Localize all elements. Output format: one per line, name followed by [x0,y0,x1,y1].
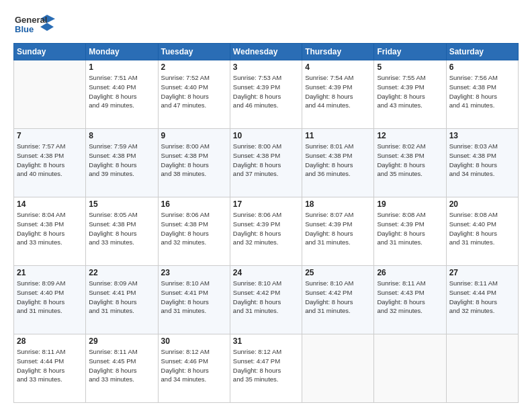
day-info: Sunrise: 8:10 AM Sunset: 4:41 PM Dayligh… [161,279,227,316]
day-number: 6 [449,62,515,72]
page: GeneralBlue SundayMondayTuesdayWednesday… [0,0,532,411]
calendar-header-tuesday: Tuesday [158,44,230,60]
day-info: Sunrise: 8:08 AM Sunset: 4:39 PM Dayligh… [377,210,443,247]
day-number: 29 [89,336,154,346]
calendar-week-row: 1Sunrise: 7:51 AM Sunset: 4:40 PM Daylig… [14,60,519,129]
calendar-cell [302,334,374,403]
day-info: Sunrise: 8:06 AM Sunset: 4:38 PM Dayligh… [161,210,227,247]
calendar-cell: 19Sunrise: 8:08 AM Sunset: 4:39 PM Dayli… [374,197,446,266]
header: GeneralBlue [13,12,519,39]
day-number: 28 [17,336,83,346]
calendar-cell: 20Sunrise: 8:08 AM Sunset: 4:40 PM Dayli… [446,197,518,266]
calendar-header-sunday: Sunday [14,44,86,60]
day-info: Sunrise: 7:57 AM Sunset: 4:38 PM Dayligh… [17,142,83,179]
day-number: 31 [233,336,299,346]
day-number: 21 [17,268,83,277]
day-number: 9 [161,131,227,140]
day-number: 3 [233,62,299,72]
calendar-cell: 15Sunrise: 8:05 AM Sunset: 4:38 PM Dayli… [86,197,158,266]
calendar-cell: 26Sunrise: 8:11 AM Sunset: 4:43 PM Dayli… [374,266,446,334]
calendar-cell: 17Sunrise: 8:06 AM Sunset: 4:39 PM Dayli… [230,197,302,266]
calendar-cell: 22Sunrise: 8:09 AM Sunset: 4:41 PM Dayli… [86,266,158,334]
day-info: Sunrise: 8:00 AM Sunset: 4:38 PM Dayligh… [161,142,227,179]
day-info: Sunrise: 8:09 AM Sunset: 4:40 PM Dayligh… [17,279,83,316]
calendar-cell: 1Sunrise: 7:51 AM Sunset: 4:40 PM Daylig… [86,60,158,129]
day-info: Sunrise: 8:06 AM Sunset: 4:39 PM Dayligh… [233,210,299,247]
calendar-header-row: SundayMondayTuesdayWednesdayThursdayFrid… [14,44,519,60]
calendar-header-saturday: Saturday [446,44,518,60]
day-info: Sunrise: 8:09 AM Sunset: 4:41 PM Dayligh… [89,279,154,316]
day-number: 24 [233,268,299,277]
calendar-cell [446,334,518,403]
calendar-cell: 3Sunrise: 7:53 AM Sunset: 4:39 PM Daylig… [230,60,302,129]
calendar-cell [374,334,446,403]
day-number: 7 [17,131,83,140]
day-number: 4 [305,62,371,72]
day-info: Sunrise: 7:55 AM Sunset: 4:39 PM Dayligh… [377,73,443,110]
calendar-cell: 11Sunrise: 8:01 AM Sunset: 4:38 PM Dayli… [302,129,374,197]
day-info: Sunrise: 8:03 AM Sunset: 4:38 PM Dayligh… [449,142,515,179]
day-info: Sunrise: 8:00 AM Sunset: 4:38 PM Dayligh… [233,142,299,179]
day-number: 5 [377,62,443,72]
calendar-cell: 7Sunrise: 7:57 AM Sunset: 4:38 PM Daylig… [14,129,86,197]
day-info: Sunrise: 7:51 AM Sunset: 4:40 PM Dayligh… [89,73,154,110]
calendar-cell: 14Sunrise: 8:04 AM Sunset: 4:38 PM Dayli… [14,197,86,266]
day-info: Sunrise: 8:11 AM Sunset: 4:45 PM Dayligh… [89,347,154,384]
day-number: 20 [449,199,515,209]
day-info: Sunrise: 8:10 AM Sunset: 4:42 PM Dayligh… [305,279,371,316]
calendar-cell [14,60,86,129]
calendar-cell: 21Sunrise: 8:09 AM Sunset: 4:40 PM Dayli… [14,266,86,334]
day-info: Sunrise: 8:12 AM Sunset: 4:46 PM Dayligh… [161,347,227,384]
day-info: Sunrise: 8:11 AM Sunset: 4:44 PM Dayligh… [17,347,83,384]
day-number: 25 [305,268,371,277]
calendar-cell: 2Sunrise: 7:52 AM Sunset: 4:40 PM Daylig… [158,60,230,129]
day-number: 26 [377,268,443,277]
calendar-cell: 30Sunrise: 8:12 AM Sunset: 4:46 PM Dayli… [158,334,230,403]
day-number: 2 [161,62,227,72]
day-number: 10 [233,131,299,140]
calendar-cell: 25Sunrise: 8:10 AM Sunset: 4:42 PM Dayli… [302,266,374,334]
day-info: Sunrise: 8:02 AM Sunset: 4:38 PM Dayligh… [377,142,443,179]
calendar-cell: 16Sunrise: 8:06 AM Sunset: 4:38 PM Dayli… [158,197,230,266]
day-info: Sunrise: 8:08 AM Sunset: 4:40 PM Dayligh… [449,210,515,247]
day-info: Sunrise: 8:05 AM Sunset: 4:38 PM Dayligh… [89,210,154,247]
day-info: Sunrise: 8:12 AM Sunset: 4:47 PM Dayligh… [233,347,299,384]
logo-svg: GeneralBlue [13,12,60,39]
svg-text:General: General [15,15,47,25]
calendar-week-row: 21Sunrise: 8:09 AM Sunset: 4:40 PM Dayli… [14,266,519,334]
day-info: Sunrise: 8:11 AM Sunset: 4:43 PM Dayligh… [377,279,443,316]
calendar-cell: 12Sunrise: 8:02 AM Sunset: 4:38 PM Dayli… [374,129,446,197]
day-number: 8 [89,131,154,140]
calendar-cell: 29Sunrise: 8:11 AM Sunset: 4:45 PM Dayli… [86,334,158,403]
calendar-week-row: 7Sunrise: 7:57 AM Sunset: 4:38 PM Daylig… [14,129,519,197]
calendar-week-row: 28Sunrise: 8:11 AM Sunset: 4:44 PM Dayli… [14,334,519,403]
day-info: Sunrise: 7:56 AM Sunset: 4:38 PM Dayligh… [449,73,515,110]
day-info: Sunrise: 8:10 AM Sunset: 4:42 PM Dayligh… [233,279,299,316]
calendar-header-wednesday: Wednesday [230,44,302,60]
calendar-cell: 6Sunrise: 7:56 AM Sunset: 4:38 PM Daylig… [446,60,518,129]
day-number: 16 [161,199,227,209]
calendar-header-friday: Friday [374,44,446,60]
day-number: 17 [233,199,299,209]
day-info: Sunrise: 7:54 AM Sunset: 4:39 PM Dayligh… [305,73,371,110]
calendar-cell: 8Sunrise: 7:59 AM Sunset: 4:38 PM Daylig… [86,129,158,197]
day-info: Sunrise: 8:07 AM Sunset: 4:39 PM Dayligh… [305,210,371,247]
svg-text:Blue: Blue [15,24,34,34]
day-info: Sunrise: 8:04 AM Sunset: 4:38 PM Dayligh… [17,210,83,247]
calendar-table: SundayMondayTuesdayWednesdayThursdayFrid… [13,43,519,403]
day-number: 30 [161,336,227,346]
day-number: 12 [377,131,443,140]
day-info: Sunrise: 7:59 AM Sunset: 4:38 PM Dayligh… [89,142,154,179]
day-info: Sunrise: 7:53 AM Sunset: 4:39 PM Dayligh… [233,73,299,110]
calendar-cell: 5Sunrise: 7:55 AM Sunset: 4:39 PM Daylig… [374,60,446,129]
day-number: 11 [305,131,371,140]
calendar-cell: 27Sunrise: 8:11 AM Sunset: 4:44 PM Dayli… [446,266,518,334]
day-number: 22 [89,268,154,277]
calendar-week-row: 14Sunrise: 8:04 AM Sunset: 4:38 PM Dayli… [14,197,519,266]
calendar-cell: 24Sunrise: 8:10 AM Sunset: 4:42 PM Dayli… [230,266,302,334]
day-number: 19 [377,199,443,209]
day-info: Sunrise: 8:11 AM Sunset: 4:44 PM Dayligh… [449,279,515,316]
day-info: Sunrise: 7:52 AM Sunset: 4:40 PM Dayligh… [161,73,227,110]
calendar-cell: 9Sunrise: 8:00 AM Sunset: 4:38 PM Daylig… [158,129,230,197]
calendar-cell: 28Sunrise: 8:11 AM Sunset: 4:44 PM Dayli… [14,334,86,403]
